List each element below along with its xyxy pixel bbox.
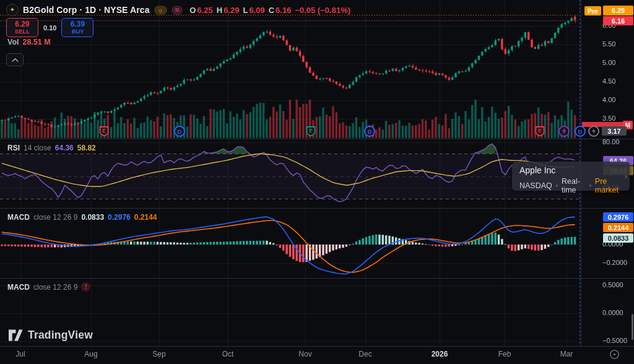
tradingview-logo[interactable]: TradingView	[9, 329, 93, 342]
tradingview-logo-icon	[9, 329, 23, 342]
sell-price: 6.29	[15, 20, 29, 28]
dividend-marker-icon[interactable]: D	[174, 126, 185, 137]
macd-signal-value: 0.2144	[134, 213, 157, 222]
chevron-right-icon: ›	[625, 171, 627, 181]
open-value: 6.25	[197, 6, 212, 15]
macd2-params: close 12 26 9	[33, 283, 77, 292]
symbol-header: ✦ B2Gold Corp · 1D · NYSE Arca ☼ ≈ O6.25…	[6, 4, 350, 16]
rsi-title: RSI	[7, 144, 20, 152]
symbol-logo-icon[interactable]: ✦	[6, 4, 19, 16]
sell-label: SELL	[15, 28, 30, 35]
session-settings-icon[interactable]	[609, 349, 620, 360]
tradingview-wordmark: TradingView	[28, 329, 93, 342]
close-value: 6.16	[276, 6, 291, 15]
price-tick: 3.50	[602, 115, 615, 122]
rsi-value: 64.36	[55, 144, 74, 152]
rsi-pane-header[interactable]: RSI 14 close 64.36 58.82	[7, 144, 96, 152]
chevron-up-icon	[12, 58, 19, 62]
dividend-marker-icon[interactable]: D	[364, 126, 375, 137]
volume-label: Vol	[7, 38, 19, 46]
hist-value-badge: 0.0833	[603, 233, 633, 243]
macd-hist-value: 0.0833	[81, 213, 104, 222]
tooltip-symbol-name: Apple Inc	[519, 165, 622, 175]
buy-price: 6.39	[71, 20, 85, 28]
separator-dot: •	[589, 183, 591, 189]
time-label: Nov	[298, 350, 311, 358]
macd-params: close 12 26 9	[33, 213, 77, 222]
buy-label: BUY	[71, 28, 84, 35]
macd2-pane-header[interactable]: MACD close 12 26 9 !	[7, 282, 90, 292]
macd-pane-header[interactable]: MACD close 12 26 9 0.0833 0.2976 0.2144	[7, 213, 157, 222]
trading-chart-app: ✦ B2Gold Corp · 1D · NYSE Arca ☼ ≈ O6.25…	[0, 0, 634, 364]
low-label: L	[243, 6, 248, 15]
price-tick: 4.00	[602, 96, 615, 103]
pre-market-price-badge: 6.29	[603, 6, 633, 15]
tooltip-exchange: NASDAQ	[519, 181, 552, 190]
earnings-marker-icon[interactable]: E	[305, 126, 316, 137]
price-tick: −0.2000	[602, 259, 627, 266]
time-label: Dec	[358, 350, 371, 358]
earnings-marker-icon[interactable]: E	[98, 126, 110, 137]
sell-button[interactable]: 6.29 SELL	[6, 18, 38, 37]
rsi-ma-value: 58.82	[77, 144, 96, 152]
signal-value-badge: 0.2144	[603, 223, 633, 232]
svg-text:E: E	[538, 128, 542, 134]
time-label: Mar	[560, 350, 573, 358]
separator-dot: •	[556, 183, 558, 189]
time-label: Jul	[15, 350, 25, 358]
time-label: Sep	[152, 350, 165, 358]
collapse-panel-button[interactable]	[6, 53, 24, 66]
price-tick: 5.50	[602, 40, 615, 48]
high-label: H	[217, 6, 222, 15]
buy-button[interactable]: 6.39 BUY	[61, 18, 93, 37]
symbol-title[interactable]: B2Gold Corp · 1D · NYSE Arca	[23, 5, 150, 15]
price-tick: 5.00	[602, 59, 615, 66]
macd-value-badge: 0.2976	[603, 212, 633, 222]
symbol-tooltip: Apple Inc NASDAQ • Real-time • Pre marke…	[512, 162, 630, 191]
ohlc-readout: O6.25 H6.29 L6.09 C6.16 −0.05 (−0.81%)	[189, 6, 350, 15]
price-tick: 0.5000	[602, 281, 623, 288]
spread-value: 0.10	[43, 24, 56, 32]
high-value: 6.29	[224, 6, 239, 15]
scrollbar-thumb[interactable]	[632, 314, 633, 340]
dividend-marker-icon[interactable]: D	[575, 126, 586, 137]
price-tick: 80.00	[602, 138, 620, 145]
earnings-marker-icon[interactable]: E	[534, 126, 545, 137]
time-label: 2026	[432, 350, 448, 358]
time-label: Oct	[222, 350, 234, 358]
time-label: Feb	[498, 350, 511, 358]
change-value: −0.05 (−0.81%)	[295, 6, 350, 15]
price-tick: 0.0000	[602, 309, 623, 316]
tooltip-feed: Real-time	[562, 177, 586, 194]
error-icon[interactable]: !	[81, 282, 90, 292]
low-value: 6.09	[249, 6, 264, 15]
svg-text:E: E	[102, 128, 106, 134]
rsi-params: 14 close	[24, 144, 51, 152]
tooltip-session: Pre market	[595, 177, 622, 194]
trade-panel: 6.29 SELL 0.10 6.39 BUY	[6, 18, 93, 37]
premarket-session-icon: ☼	[154, 6, 167, 15]
add-marker-icon[interactable]: +	[588, 126, 599, 137]
price-tick: 4.50	[602, 77, 615, 85]
last-price-badge: 6.16	[603, 16, 633, 25]
volume-scale-badge: 3.17	[602, 126, 627, 136]
macd2-title: MACD	[7, 283, 30, 292]
pre-market-tag: Pre	[584, 6, 601, 15]
close-label: C	[269, 6, 274, 15]
open-label: O	[189, 6, 196, 15]
time-label: Aug	[84, 350, 97, 358]
volume-value: 28.51 M	[23, 38, 51, 46]
squiggle-badge-icon: ≈	[172, 6, 183, 15]
macd-title: MACD	[7, 213, 30, 222]
macd-line-value: 0.2976	[108, 213, 131, 222]
volume-legend: Vol 28.51 M	[7, 38, 51, 46]
svg-text:E: E	[309, 128, 313, 134]
price-tick: −0.5000	[602, 337, 627, 344]
flash-marker-icon[interactable]	[558, 126, 570, 137]
